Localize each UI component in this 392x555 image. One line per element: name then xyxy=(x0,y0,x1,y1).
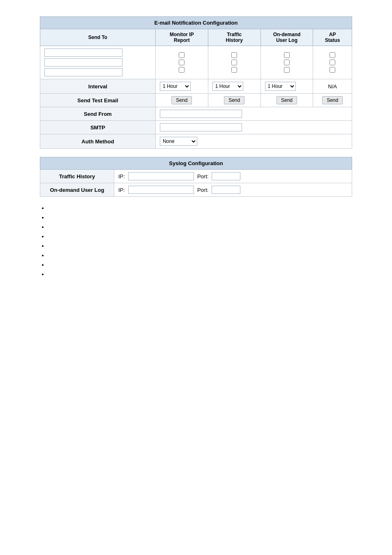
monitor-ip-checkbox-3[interactable] xyxy=(179,67,184,73)
syslog-on-demand-port-input[interactable] xyxy=(212,186,240,194)
send-button-traffic-history[interactable]: Send xyxy=(224,96,244,104)
interval-on-demand: 1 Hour 2 Hours 4 Hours 8 Hours 12 Hours … xyxy=(261,79,313,94)
on-demand-checkbox-1[interactable] xyxy=(284,52,290,58)
send-test-ap-status-cell: Send xyxy=(313,94,352,107)
syslog-on-demand-ip-input[interactable] xyxy=(128,186,194,194)
ap-status-checkbox-2[interactable] xyxy=(330,60,335,65)
email-input-2[interactable] xyxy=(44,58,122,67)
bullet-item-2 xyxy=(48,214,352,221)
on-demand-checkbox-3[interactable] xyxy=(284,67,290,73)
interval-na: N/A xyxy=(313,79,352,94)
interval-traffic-history: 1 Hour 2 Hours 4 Hours 8 Hours 12 Hours … xyxy=(208,79,261,94)
bullet-item-5 xyxy=(48,243,352,249)
monitor-ip-checkbox-1[interactable] xyxy=(179,52,184,58)
smtp-label: SMTP xyxy=(40,121,156,134)
monitor-ip-checkbox-2[interactable] xyxy=(179,60,184,65)
email-section-title: E-mail Notification Configuration xyxy=(40,17,352,29)
send-from-row: Send From xyxy=(40,107,352,121)
bullet-item-1 xyxy=(48,205,352,211)
email-inputs-cell xyxy=(40,46,156,79)
syslog-on-demand-inputs: IP: Port: xyxy=(114,183,352,197)
bullet-item-6 xyxy=(48,252,352,258)
bullet-item-4 xyxy=(48,233,352,240)
send-from-value-cell xyxy=(155,107,352,121)
send-from-input[interactable] xyxy=(160,110,242,118)
syslog-traffic-history-inputs: IP: Port: xyxy=(114,170,352,183)
send-button-ap-status[interactable]: Send xyxy=(322,96,343,104)
syslog-on-demand-label: On-demand User Log xyxy=(40,183,114,197)
send-test-email-label: Send Test Email xyxy=(40,94,156,107)
main-container: E-mail Notification Configuration Send T… xyxy=(40,16,352,277)
syslog-traffic-port-input[interactable] xyxy=(212,172,240,180)
syslog-on-demand-ip-label: IP: xyxy=(118,187,125,193)
ap-status-checkbox-3[interactable] xyxy=(330,67,335,73)
traffic-history-checkbox-2[interactable] xyxy=(231,60,237,65)
syslog-section-title: Syslog Configuration xyxy=(40,157,352,170)
monitor-ip-checkboxes xyxy=(155,46,208,79)
send-test-traffic-cell: Send xyxy=(208,94,261,107)
email-config-table: E-mail Notification Configuration Send T… xyxy=(40,16,352,149)
email-input-3[interactable] xyxy=(44,68,122,76)
syslog-traffic-history-row: Traffic History IP: Port: xyxy=(40,170,352,183)
col-header-traffic-history: TrafficHistory xyxy=(208,29,261,46)
send-test-monitor-ip-cell: Send xyxy=(155,94,208,107)
col-header-monitor-ip: Monitor IPReport xyxy=(155,29,208,46)
ap-status-checkboxes xyxy=(313,46,352,79)
syslog-config-table: Syslog Configuration Traffic History IP:… xyxy=(40,157,352,197)
on-demand-checkboxes xyxy=(261,46,313,79)
col-header-on-demand: On-demandUser Log xyxy=(261,29,313,46)
send-from-label: Send From xyxy=(40,107,156,121)
ap-status-checkbox-1[interactable] xyxy=(330,52,335,58)
smtp-value-cell xyxy=(155,121,352,134)
traffic-history-checkboxes xyxy=(208,46,261,79)
send-test-email-row: Send Test Email Send Send Send Send xyxy=(40,94,352,107)
on-demand-checkbox-2[interactable] xyxy=(284,60,290,65)
interval-monitor-ip: 1 Hour 2 Hours 4 Hours 8 Hours 12 Hours … xyxy=(155,79,208,94)
bullet-list xyxy=(40,205,352,277)
interval-monitor-ip-select[interactable]: 1 Hour 2 Hours 4 Hours 8 Hours 12 Hours … xyxy=(160,82,191,91)
smtp-input[interactable] xyxy=(160,123,242,131)
interval-row: Interval 1 Hour 2 Hours 4 Hours 8 Hours … xyxy=(40,79,352,94)
syslog-on-demand-port-label: Port: xyxy=(197,187,208,193)
email-rows xyxy=(40,46,352,79)
traffic-history-checkbox-3[interactable] xyxy=(231,67,237,73)
syslog-traffic-ip-label: IP: xyxy=(118,173,125,180)
syslog-traffic-history-label: Traffic History xyxy=(40,170,114,183)
interval-on-demand-select[interactable]: 1 Hour 2 Hours 4 Hours 8 Hours 12 Hours … xyxy=(265,82,296,91)
syslog-on-demand-row: On-demand User Log IP: Port: xyxy=(40,183,352,197)
email-input-1[interactable] xyxy=(44,48,122,57)
syslog-traffic-ip-input[interactable] xyxy=(128,172,194,180)
bullet-item-3 xyxy=(48,224,352,230)
smtp-row: SMTP xyxy=(40,121,352,134)
interval-traffic-history-select[interactable]: 1 Hour 2 Hours 4 Hours 8 Hours 12 Hours … xyxy=(212,82,243,91)
auth-method-select[interactable]: None Plain Login CRAM-MD5 xyxy=(160,137,197,146)
send-button-monitor-ip[interactable]: Send xyxy=(171,96,192,104)
auth-method-label: Auth Method xyxy=(40,134,156,149)
bullet-item-7 xyxy=(48,262,352,268)
auth-method-row: Auth Method None Plain Login CRAM-MD5 xyxy=(40,134,352,149)
interval-label: Interval xyxy=(40,79,156,94)
bullet-item-8 xyxy=(48,271,352,277)
traffic-history-checkbox-1[interactable] xyxy=(231,52,237,58)
col-header-send-to: Send To xyxy=(40,29,156,46)
auth-method-value-cell: None Plain Login CRAM-MD5 xyxy=(155,134,352,149)
send-button-on-demand[interactable]: Send xyxy=(277,96,297,104)
col-header-ap-status: APStatus xyxy=(313,29,352,46)
send-test-on-demand-cell: Send xyxy=(261,94,313,107)
syslog-traffic-port-label: Port: xyxy=(197,173,208,180)
